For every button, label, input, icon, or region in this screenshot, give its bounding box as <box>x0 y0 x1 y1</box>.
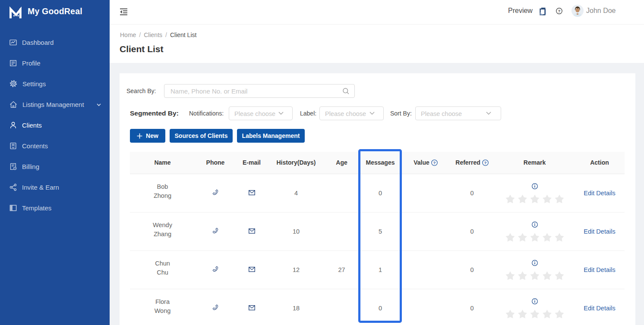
svg-text:?: ? <box>558 9 561 13</box>
svg-text:?: ? <box>484 160 486 165</box>
svg-text:?: ? <box>433 160 436 165</box>
